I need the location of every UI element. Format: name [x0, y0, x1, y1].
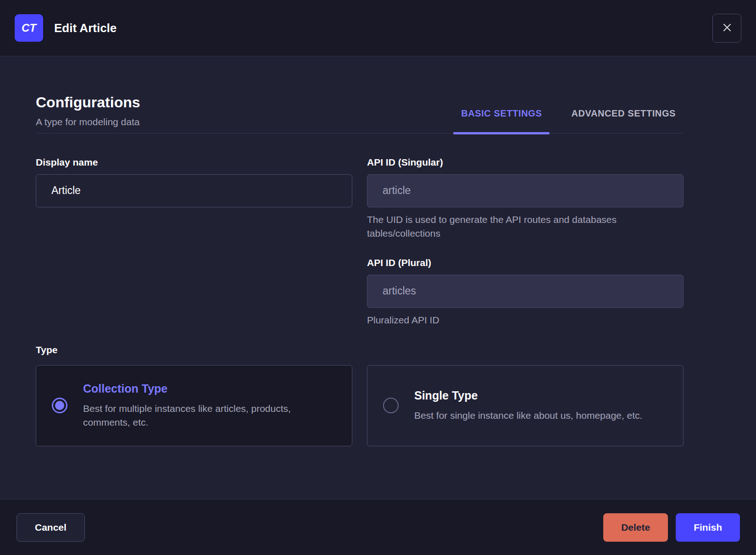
api-id-singular-field-group: API ID (Singular) The UID is used to gen…: [367, 157, 684, 240]
modal-footer: Cancel Delete Finish: [0, 499, 756, 555]
single-type-text: Single Type Best for single instance lik…: [414, 389, 642, 422]
type-label: Type: [36, 344, 684, 355]
display-name-field-group: Display name: [36, 157, 352, 207]
collection-type-card[interactable]: Collection Type Best for multiple instan…: [36, 365, 352, 446]
section-title: Configurations: [36, 94, 140, 111]
close-button[interactable]: [712, 14, 741, 43]
api-id-singular-input[interactable]: [367, 174, 684, 207]
type-cards: Collection Type Best for multiple instan…: [36, 365, 684, 446]
tab-basic-settings[interactable]: BASIC SETTINGS: [453, 108, 550, 133]
collection-type-title: Collection Type: [83, 382, 336, 395]
display-name-label: Display name: [36, 157, 352, 168]
content-type-badge: CT: [15, 14, 43, 42]
form-column-right: API ID (Singular) The UID is used to gen…: [367, 157, 684, 327]
api-id-plural-field-group: API ID (Plural) Pluralized API ID: [367, 257, 684, 327]
close-icon: [721, 21, 734, 35]
delete-button[interactable]: Delete: [603, 513, 668, 542]
configurations-heading-block: Configurations A type for modeling data: [36, 94, 140, 133]
collection-type-description: Best for multiple instances like article…: [83, 402, 336, 429]
single-type-description: Best for single instance like about us, …: [414, 409, 642, 422]
api-id-plural-input[interactable]: [367, 275, 684, 308]
form-grid: Display name API ID (Singular) The UID i…: [36, 157, 684, 327]
edit-article-modal: CT Edit Article Configurations A type fo…: [0, 0, 756, 555]
footer-actions: Delete Finish: [603, 513, 740, 542]
configurations-header-row: Configurations A type for modeling data …: [36, 94, 684, 133]
single-type-title: Single Type: [414, 389, 642, 402]
finish-button[interactable]: Finish: [676, 513, 740, 542]
single-type-radio[interactable]: [383, 398, 399, 413]
cancel-button[interactable]: Cancel: [17, 513, 85, 542]
modal-title: Edit Article: [54, 21, 117, 35]
content-type-badge-label: CT: [22, 22, 36, 34]
api-id-plural-label: API ID (Plural): [367, 257, 684, 268]
api-id-plural-hint: Pluralized API ID: [367, 313, 684, 327]
api-id-singular-hint: The UID is used to generate the API rout…: [367, 213, 684, 240]
single-type-card[interactable]: Single Type Best for single instance lik…: [367, 365, 684, 446]
display-name-input[interactable]: [36, 174, 352, 207]
type-section: Type Collection Type Best for multiple i…: [36, 344, 684, 446]
api-id-singular-label: API ID (Singular): [367, 157, 684, 168]
collection-type-radio[interactable]: [52, 398, 67, 413]
settings-tabs: BASIC SETTINGS ADVANCED SETTINGS: [453, 94, 684, 133]
tab-advanced-settings[interactable]: ADVANCED SETTINGS: [563, 108, 684, 133]
form-column-left: Display name: [36, 157, 352, 327]
section-subtitle: A type for modeling data: [36, 117, 140, 133]
modal-header: CT Edit Article: [0, 0, 756, 56]
modal-body: Configurations A type for modeling data …: [0, 56, 756, 499]
collection-type-text: Collection Type Best for multiple instan…: [83, 382, 336, 429]
